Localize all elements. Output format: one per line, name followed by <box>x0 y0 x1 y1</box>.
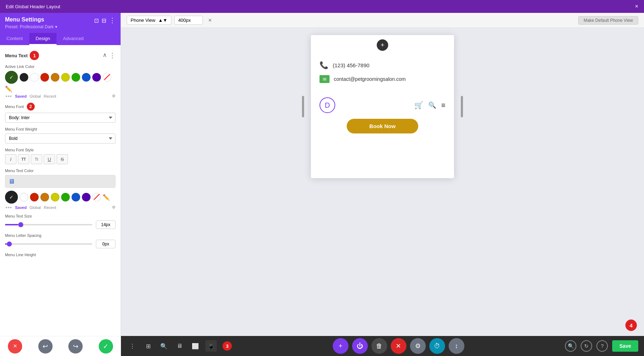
step-badge-4: 4 <box>625 320 637 331</box>
undo-button[interactable]: ↩ <box>38 339 53 353</box>
view-selector[interactable]: Phone View ▲▼ <box>127 16 171 25</box>
color-swatch-orange[interactable] <box>51 73 59 82</box>
text-recent-label[interactable]: Recent <box>44 205 56 210</box>
phone-icon: 📞 <box>319 61 328 69</box>
letter-spacing-value[interactable]: 0px <box>96 240 116 248</box>
color-swatch-black[interactable] <box>20 73 28 82</box>
text-settings-icon[interactable]: ⚙ <box>112 205 116 210</box>
tab-design[interactable]: Design <box>29 33 57 45</box>
add-element-button[interactable]: + <box>333 338 348 354</box>
toolbar-right-buttons: 4 🔍 ↻ ? Save <box>565 340 638 352</box>
panel-content: Menu Text 1 ∧ ⋮ Active Link Color ✓ <box>0 45 121 356</box>
close-view-icon[interactable]: × <box>206 16 214 25</box>
recent-label[interactable]: Recent <box>44 94 56 98</box>
help-button[interactable]: ? <box>596 340 608 352</box>
text-size-value[interactable]: 14px <box>96 220 116 229</box>
canvas-area: + 📞 (123) 456-7890 ✉ contact@petgroom <box>121 28 644 356</box>
underline-btn[interactable]: U <box>44 154 55 164</box>
tab-content[interactable]: Content <box>0 33 29 45</box>
toolbar-desktop-button[interactable]: 🖥 <box>174 340 185 352</box>
settings-element-button[interactable]: ⚙ <box>410 338 426 354</box>
text-color-swatch-lime[interactable] <box>61 193 70 201</box>
px-value-input[interactable]: 400px <box>174 16 203 25</box>
color-swatch-red[interactable] <box>40 73 49 82</box>
compact-view-icon[interactable]: ⊡ <box>94 17 99 24</box>
tabs-bar: Content Design Advanced <box>0 33 121 45</box>
color-swatch-white[interactable] <box>30 73 39 82</box>
nav-search-icon[interactable]: 🔍 <box>428 101 436 109</box>
color-preview-bar[interactable]: 🖥 <box>5 175 116 188</box>
delete-button[interactable]: 🗑 <box>371 338 387 354</box>
cancel-button[interactable]: × <box>8 339 22 353</box>
capitalize-btn[interactable]: Tt <box>31 154 42 164</box>
letter-spacing-thumb[interactable] <box>7 242 12 247</box>
right-drag-handle[interactable] <box>461 96 463 117</box>
text-color-swatch-orange[interactable] <box>40 193 49 201</box>
add-section-top-button[interactable]: + <box>377 39 388 51</box>
letter-spacing-track[interactable] <box>5 243 92 245</box>
toolbar-tablet-button[interactable]: ⬜ <box>190 340 201 352</box>
redo-button[interactable]: ↪ <box>68 339 83 353</box>
text-size-thumb[interactable] <box>18 222 23 227</box>
color-swatch-purple[interactable] <box>92 73 101 82</box>
book-now-button[interactable]: Book Now <box>347 119 418 133</box>
toolbar-search-button[interactable]: 🔍 <box>158 340 170 352</box>
text-color-swatch-transparent[interactable] <box>92 193 101 201</box>
color-swatch-lime[interactable] <box>72 73 80 82</box>
italic-btn[interactable]: I <box>5 154 16 164</box>
font-style-buttons: I TT Tt U S <box>5 154 116 164</box>
saved-label[interactable]: Saved <box>15 94 26 98</box>
monitor-icon: 🖥 <box>8 178 15 185</box>
section-more-icon[interactable]: ⋮ <box>109 52 116 59</box>
settings-cog-icon[interactable]: ⚙ <box>112 94 116 98</box>
color-swatch-transparent[interactable] <box>103 73 111 82</box>
text-color-swatch-yellow[interactable] <box>51 193 59 201</box>
menu-font-weight-select[interactable]: Bold <box>5 133 116 143</box>
text-color-swatch-blue[interactable] <box>72 193 80 201</box>
preset-selector[interactable]: Preset: Professional Dark ▾ <box>5 24 57 29</box>
split-view-icon[interactable]: ⊟ <box>102 17 106 24</box>
toolbar-left-tools: ⋮ ⊞ 🔍 🖥 ⬜ 📱 3 <box>127 340 232 352</box>
cart-icon[interactable]: 🛒 <box>414 101 423 109</box>
color-swatch-yellow[interactable] <box>61 73 70 82</box>
canvas-toolbar: Phone View ▲▼ 400px × Make Default Phone… <box>121 13 644 28</box>
hamburger-icon[interactable]: ≡ <box>441 101 445 109</box>
reorder-button[interactable]: ↕ <box>449 338 464 354</box>
global-label[interactable]: Global <box>29 94 41 98</box>
confirm-button[interactable]: ✓ <box>99 339 113 353</box>
text-color-swatch-purple[interactable] <box>82 193 91 201</box>
step-badge-2: 2 <box>27 103 35 111</box>
text-size-track[interactable] <box>5 224 92 225</box>
toolbar-phone-button[interactable]: 📱 <box>205 340 217 352</box>
section-collapse-icon[interactable]: ∧ <box>103 52 107 59</box>
text-color-swatch-black[interactable]: ✓ <box>5 191 18 204</box>
color-swatch-blue[interactable] <box>82 73 91 82</box>
make-default-button[interactable]: Make Default Phone View <box>578 16 638 25</box>
text-color-swatch-red[interactable] <box>30 193 39 201</box>
search-right-button[interactable]: 🔍 <box>565 340 576 352</box>
close-element-button[interactable]: ✕ <box>391 338 406 354</box>
uppercase-btn[interactable]: TT <box>18 154 29 164</box>
history-button[interactable]: ⏱ <box>429 338 445 354</box>
avatar[interactable]: D <box>319 97 335 113</box>
view-chevron-icon: ▲▼ <box>158 18 167 23</box>
menu-font-select[interactable]: Body: Inter <box>5 113 116 123</box>
more-options-icon[interactable]: ⋮ <box>109 16 116 24</box>
text-global-label[interactable]: Global <box>29 205 41 210</box>
text-saved-label[interactable]: Saved <box>15 205 26 210</box>
strikethrough-btn[interactable]: S <box>57 154 68 164</box>
color-swatch-green[interactable]: ✓ <box>5 71 18 84</box>
text-color-saved-row: Saved Global Recent ⚙ <box>5 205 116 210</box>
eyedropper-icon[interactable]: ✏️ <box>5 86 12 92</box>
text-color-swatch-white[interactable] <box>20 193 28 201</box>
toolbar-dots-button[interactable]: ⋮ <box>127 340 138 352</box>
close-icon[interactable]: × <box>635 3 638 10</box>
toolbar-grid-button[interactable]: ⊞ <box>142 340 154 352</box>
save-button[interactable]: Save <box>612 340 638 352</box>
sync-button[interactable]: ↻ <box>581 340 592 352</box>
text-eyedropper-icon[interactable]: ✏️ <box>103 194 110 201</box>
tab-advanced[interactable]: Advanced <box>57 33 90 45</box>
left-drag-handle[interactable] <box>302 96 304 117</box>
active-link-color-label: Active Link Color <box>5 64 116 69</box>
power-button[interactable]: ⏻ <box>352 338 368 354</box>
